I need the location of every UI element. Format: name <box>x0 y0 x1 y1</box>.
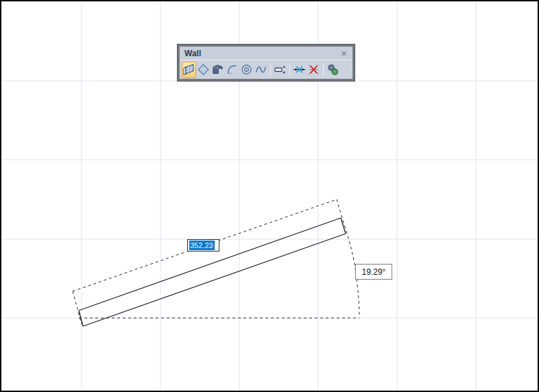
wall-3d-icon <box>182 63 195 76</box>
corner-wall-tool-button[interactable] <box>211 62 225 78</box>
stretch-wall-tool-button[interactable] <box>273 62 287 78</box>
arc-wall-tool-button[interactable] <box>225 62 239 78</box>
concentric-circles-icon <box>240 63 253 76</box>
close-icon[interactable]: × <box>339 49 348 58</box>
wall-settings-button[interactable] <box>326 62 340 78</box>
stretch-icon <box>274 63 287 76</box>
wall-toolbar-buttons <box>180 60 352 79</box>
diamond-icon <box>197 63 210 76</box>
toolbar-separator <box>323 64 324 76</box>
trim-red-x-icon <box>307 63 320 76</box>
wall-top-face <box>79 218 341 310</box>
wall-solid-outline <box>79 218 346 326</box>
circular-wall-tool-button[interactable] <box>239 62 254 78</box>
gears-icon <box>326 63 339 76</box>
angle-readout: 19.29° <box>355 264 392 280</box>
toolbar-separator <box>270 64 271 76</box>
diamond-wall-tool-button[interactable] <box>196 62 211 78</box>
wall-tool-button[interactable] <box>182 62 196 78</box>
dashed-angle-arc <box>337 199 359 317</box>
wall-toolbar: Wall × <box>178 45 355 81</box>
length-input-selected-text: 352.23 <box>189 241 215 250</box>
intersection-icon <box>293 63 306 76</box>
wall-toolbar-title: Wall <box>184 47 339 60</box>
toolbar-separator <box>289 64 290 76</box>
intersection-tool-button[interactable] <box>292 62 307 78</box>
spline-wall-tool-button[interactable] <box>254 62 268 78</box>
length-input[interactable]: 352.23 <box>187 239 219 252</box>
corner-wall-icon <box>211 63 224 76</box>
trim-tool-button[interactable] <box>307 62 321 78</box>
dashed-left-edge <box>73 291 82 324</box>
arc-icon <box>226 63 239 76</box>
drawing-canvas[interactable]: Wall × <box>0 0 539 392</box>
wall-toolbar-titlebar[interactable]: Wall × <box>180 47 352 60</box>
angle-readout-value: 19.29° <box>362 267 386 277</box>
spline-icon <box>254 63 267 76</box>
